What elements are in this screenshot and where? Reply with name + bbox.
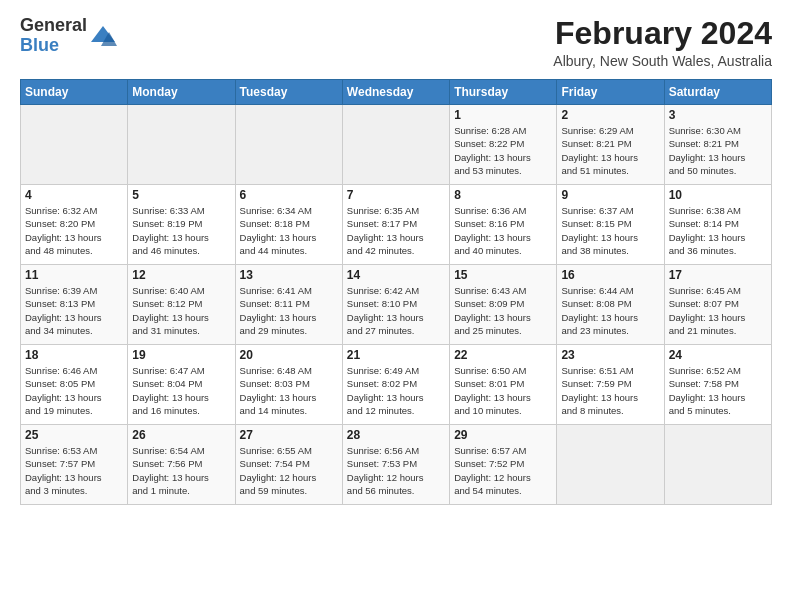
day-number: 16 [561,268,659,282]
day-info: Sunrise: 6:39 AM Sunset: 8:13 PM Dayligh… [25,284,123,337]
day-info: Sunrise: 6:45 AM Sunset: 8:07 PM Dayligh… [669,284,767,337]
day-number: 12 [132,268,230,282]
day-number: 28 [347,428,445,442]
day-info: Sunrise: 6:46 AM Sunset: 8:05 PM Dayligh… [25,364,123,417]
day-info: Sunrise: 6:47 AM Sunset: 8:04 PM Dayligh… [132,364,230,417]
day-info: Sunrise: 6:48 AM Sunset: 8:03 PM Dayligh… [240,364,338,417]
title-block: February 2024 Albury, New South Wales, A… [553,16,772,69]
day-number: 9 [561,188,659,202]
day-info: Sunrise: 6:32 AM Sunset: 8:20 PM Dayligh… [25,204,123,257]
day-info: Sunrise: 6:44 AM Sunset: 8:08 PM Dayligh… [561,284,659,337]
day-number: 3 [669,108,767,122]
day-info: Sunrise: 6:34 AM Sunset: 8:18 PM Dayligh… [240,204,338,257]
day-of-week-wednesday: Wednesday [342,80,449,105]
day-number: 22 [454,348,552,362]
calendar-cell: 23Sunrise: 6:51 AM Sunset: 7:59 PM Dayli… [557,345,664,425]
day-of-week-monday: Monday [128,80,235,105]
day-info: Sunrise: 6:36 AM Sunset: 8:16 PM Dayligh… [454,204,552,257]
logo-icon [89,22,117,50]
calendar-cell: 11Sunrise: 6:39 AM Sunset: 8:13 PM Dayli… [21,265,128,345]
day-number: 26 [132,428,230,442]
day-number: 6 [240,188,338,202]
day-number: 10 [669,188,767,202]
calendar-week-3: 11Sunrise: 6:39 AM Sunset: 8:13 PM Dayli… [21,265,772,345]
day-info: Sunrise: 6:51 AM Sunset: 7:59 PM Dayligh… [561,364,659,417]
calendar-cell [342,105,449,185]
day-info: Sunrise: 6:53 AM Sunset: 7:57 PM Dayligh… [25,444,123,497]
subtitle: Albury, New South Wales, Australia [553,53,772,69]
day-info: Sunrise: 6:49 AM Sunset: 8:02 PM Dayligh… [347,364,445,417]
calendar-cell [664,425,771,505]
day-info: Sunrise: 6:54 AM Sunset: 7:56 PM Dayligh… [132,444,230,497]
day-number: 8 [454,188,552,202]
day-info: Sunrise: 6:52 AM Sunset: 7:58 PM Dayligh… [669,364,767,417]
day-info: Sunrise: 6:38 AM Sunset: 8:14 PM Dayligh… [669,204,767,257]
logo-general: General [20,15,87,35]
calendar-cell: 6Sunrise: 6:34 AM Sunset: 8:18 PM Daylig… [235,185,342,265]
calendar-cell: 17Sunrise: 6:45 AM Sunset: 8:07 PM Dayli… [664,265,771,345]
calendar-cell: 5Sunrise: 6:33 AM Sunset: 8:19 PM Daylig… [128,185,235,265]
calendar-cell: 10Sunrise: 6:38 AM Sunset: 8:14 PM Dayli… [664,185,771,265]
day-number: 4 [25,188,123,202]
calendar-cell: 4Sunrise: 6:32 AM Sunset: 8:20 PM Daylig… [21,185,128,265]
day-number: 2 [561,108,659,122]
day-of-week-thursday: Thursday [450,80,557,105]
day-info: Sunrise: 6:43 AM Sunset: 8:09 PM Dayligh… [454,284,552,337]
calendar-cell: 13Sunrise: 6:41 AM Sunset: 8:11 PM Dayli… [235,265,342,345]
calendar-cell: 16Sunrise: 6:44 AM Sunset: 8:08 PM Dayli… [557,265,664,345]
calendar-cell: 2Sunrise: 6:29 AM Sunset: 8:21 PM Daylig… [557,105,664,185]
day-number: 5 [132,188,230,202]
day-number: 21 [347,348,445,362]
day-number: 15 [454,268,552,282]
calendar-cell: 22Sunrise: 6:50 AM Sunset: 8:01 PM Dayli… [450,345,557,425]
calendar-cell: 15Sunrise: 6:43 AM Sunset: 8:09 PM Dayli… [450,265,557,345]
calendar-cell: 21Sunrise: 6:49 AM Sunset: 8:02 PM Dayli… [342,345,449,425]
day-of-week-sunday: Sunday [21,80,128,105]
day-of-week-tuesday: Tuesday [235,80,342,105]
day-of-week-saturday: Saturday [664,80,771,105]
day-number: 13 [240,268,338,282]
day-number: 18 [25,348,123,362]
day-info: Sunrise: 6:56 AM Sunset: 7:53 PM Dayligh… [347,444,445,497]
calendar-week-2: 4Sunrise: 6:32 AM Sunset: 8:20 PM Daylig… [21,185,772,265]
day-info: Sunrise: 6:55 AM Sunset: 7:54 PM Dayligh… [240,444,338,497]
logo: General Blue [20,16,117,56]
calendar-week-4: 18Sunrise: 6:46 AM Sunset: 8:05 PM Dayli… [21,345,772,425]
calendar-cell: 14Sunrise: 6:42 AM Sunset: 8:10 PM Dayli… [342,265,449,345]
calendar-cell: 25Sunrise: 6:53 AM Sunset: 7:57 PM Dayli… [21,425,128,505]
header: General Blue February 2024 Albury, New S… [20,16,772,69]
day-info: Sunrise: 6:40 AM Sunset: 8:12 PM Dayligh… [132,284,230,337]
day-number: 23 [561,348,659,362]
calendar-cell: 8Sunrise: 6:36 AM Sunset: 8:16 PM Daylig… [450,185,557,265]
day-number: 19 [132,348,230,362]
day-info: Sunrise: 6:50 AM Sunset: 8:01 PM Dayligh… [454,364,552,417]
calendar-cell: 28Sunrise: 6:56 AM Sunset: 7:53 PM Dayli… [342,425,449,505]
calendar-cell: 19Sunrise: 6:47 AM Sunset: 8:04 PM Dayli… [128,345,235,425]
calendar-cell: 9Sunrise: 6:37 AM Sunset: 8:15 PM Daylig… [557,185,664,265]
day-info: Sunrise: 6:29 AM Sunset: 8:21 PM Dayligh… [561,124,659,177]
day-info: Sunrise: 6:35 AM Sunset: 8:17 PM Dayligh… [347,204,445,257]
calendar-cell: 12Sunrise: 6:40 AM Sunset: 8:12 PM Dayli… [128,265,235,345]
calendar: SundayMondayTuesdayWednesdayThursdayFrid… [20,79,772,505]
calendar-cell: 1Sunrise: 6:28 AM Sunset: 8:22 PM Daylig… [450,105,557,185]
calendar-cell: 27Sunrise: 6:55 AM Sunset: 7:54 PM Dayli… [235,425,342,505]
calendar-week-1: 1Sunrise: 6:28 AM Sunset: 8:22 PM Daylig… [21,105,772,185]
calendar-cell: 26Sunrise: 6:54 AM Sunset: 7:56 PM Dayli… [128,425,235,505]
main-title: February 2024 [553,16,772,51]
day-info: Sunrise: 6:57 AM Sunset: 7:52 PM Dayligh… [454,444,552,497]
day-number: 25 [25,428,123,442]
day-number: 17 [669,268,767,282]
calendar-cell: 7Sunrise: 6:35 AM Sunset: 8:17 PM Daylig… [342,185,449,265]
calendar-cell: 18Sunrise: 6:46 AM Sunset: 8:05 PM Dayli… [21,345,128,425]
day-info: Sunrise: 6:28 AM Sunset: 8:22 PM Dayligh… [454,124,552,177]
calendar-cell [235,105,342,185]
calendar-header-row: SundayMondayTuesdayWednesdayThursdayFrid… [21,80,772,105]
calendar-cell [21,105,128,185]
day-number: 20 [240,348,338,362]
calendar-cell [557,425,664,505]
calendar-cell: 29Sunrise: 6:57 AM Sunset: 7:52 PM Dayli… [450,425,557,505]
page: General Blue February 2024 Albury, New S… [0,0,792,612]
day-info: Sunrise: 6:30 AM Sunset: 8:21 PM Dayligh… [669,124,767,177]
logo-text: General Blue [20,16,87,56]
day-number: 27 [240,428,338,442]
